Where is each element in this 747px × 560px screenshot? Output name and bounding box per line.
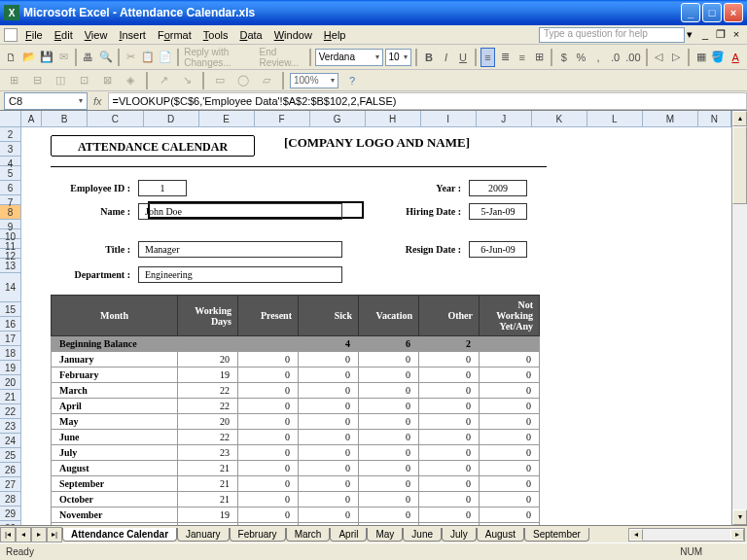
table-cell[interactable]: 0 bbox=[419, 461, 480, 476]
tb2-icon1[interactable]: ⊞ bbox=[4, 71, 23, 90]
select-all-corner[interactable] bbox=[0, 111, 20, 127]
table-cell[interactable]: 4 bbox=[299, 336, 359, 352]
table-cell[interactable]: October bbox=[52, 492, 178, 508]
table-cell[interactable]: 0 bbox=[359, 461, 419, 476]
emp-id-field[interactable]: 1 bbox=[138, 180, 187, 196]
table-cell[interactable]: 0 bbox=[238, 476, 299, 492]
table-cell[interactable]: 0 bbox=[419, 352, 480, 368]
doc-min-icon[interactable] bbox=[4, 28, 18, 42]
copy-icon[interactable]: 📋 bbox=[140, 48, 156, 67]
sheet-tab[interactable]: July bbox=[442, 528, 477, 542]
table-cell[interactable]: 0 bbox=[419, 476, 480, 492]
row-header-30[interactable]: 30 bbox=[0, 521, 20, 525]
align-right-button[interactable]: ≡ bbox=[515, 48, 530, 67]
table-cell[interactable]: 0 bbox=[238, 508, 299, 523]
table-cell[interactable]: 22 bbox=[178, 383, 238, 399]
row-header-9[interactable]: 9 bbox=[0, 220, 20, 229]
table-cell[interactable]: May bbox=[52, 414, 178, 430]
row-header-7[interactable]: 7 bbox=[0, 195, 20, 205]
row-header-22[interactable]: 22 bbox=[0, 404, 20, 419]
sheet-tab[interactable]: May bbox=[367, 528, 403, 542]
col-header-I[interactable]: I bbox=[421, 111, 477, 126]
table-cell[interactable]: 0 bbox=[419, 399, 480, 414]
zoom-select[interactable]: 100%▾ bbox=[290, 73, 338, 88]
inc-indent-button[interactable]: ▷ bbox=[668, 48, 684, 67]
table-cell[interactable]: 0 bbox=[238, 399, 299, 414]
scroll-down-button[interactable]: ▾ bbox=[732, 509, 747, 525]
print-icon[interactable]: 🖶 bbox=[81, 48, 96, 67]
end-review-button[interactable]: End Review... bbox=[259, 48, 305, 67]
borders-button[interactable]: ▦ bbox=[694, 48, 709, 67]
menu-edit[interactable]: Edit bbox=[49, 27, 79, 43]
minimize-button[interactable]: _ bbox=[681, 3, 700, 22]
underline-button[interactable]: U bbox=[455, 48, 471, 67]
table-cell[interactable]: 0 bbox=[480, 383, 540, 399]
table-cell[interactable]: 0 bbox=[419, 523, 480, 526]
row-header-2[interactable]: 2 bbox=[0, 127, 20, 142]
tb2-icon3[interactable]: ◫ bbox=[51, 71, 70, 90]
sheet-tab[interactable]: Attendance Calendar bbox=[62, 528, 177, 542]
table-cell[interactable]: 2 bbox=[419, 336, 480, 352]
table-cell[interactable]: 0 bbox=[480, 445, 540, 461]
table-cell[interactable] bbox=[238, 336, 299, 352]
row-header-24[interactable]: 24 bbox=[0, 434, 20, 448]
tb2-icon10[interactable]: ◯ bbox=[233, 71, 253, 90]
table-cell[interactable]: 0 bbox=[480, 523, 540, 526]
col-header-E[interactable]: E bbox=[199, 111, 255, 126]
table-cell[interactable]: Beginning Balance bbox=[52, 336, 178, 352]
row-header-10[interactable]: 10 bbox=[0, 229, 20, 239]
table-cell[interactable]: 0 bbox=[299, 523, 359, 526]
table-cell[interactable]: December bbox=[52, 523, 178, 526]
font-size-select[interactable]: 10▾ bbox=[385, 49, 412, 66]
currency-button[interactable]: $ bbox=[556, 48, 572, 67]
menu-file[interactable]: File bbox=[19, 27, 49, 43]
menu-data[interactable]: Data bbox=[233, 27, 267, 43]
table-cell[interactable]: 0 bbox=[359, 399, 419, 414]
table-cell[interactable]: August bbox=[52, 461, 178, 476]
row-header-20[interactable]: 20 bbox=[0, 375, 20, 390]
table-cell[interactable]: 0 bbox=[299, 461, 359, 476]
sheet-tab[interactable]: January bbox=[177, 528, 230, 542]
table-cell[interactable]: 0 bbox=[238, 430, 299, 445]
inc-decimal-button[interactable]: .0 bbox=[608, 48, 623, 67]
table-cell[interactable]: 0 bbox=[238, 523, 299, 526]
table-cell[interactable]: 22 bbox=[178, 399, 238, 414]
table-cell[interactable]: 0 bbox=[299, 383, 359, 399]
tb2-icon6[interactable]: ◈ bbox=[121, 71, 140, 90]
table-cell[interactable]: 0 bbox=[419, 383, 480, 399]
row-header-17[interactable]: 17 bbox=[0, 332, 20, 346]
table-cell[interactable]: July bbox=[52, 445, 178, 461]
table-cell[interactable]: 21 bbox=[178, 461, 238, 476]
reply-changes-button[interactable]: Reply with Changes... bbox=[183, 48, 256, 67]
row-header-8[interactable]: 8 bbox=[0, 205, 20, 220]
row-header-19[interactable]: 19 bbox=[0, 361, 20, 375]
table-cell[interactable]: 0 bbox=[299, 430, 359, 445]
sheet-tab[interactable]: March bbox=[286, 528, 331, 542]
row-header-11[interactable]: 11 bbox=[0, 239, 20, 249]
table-cell[interactable]: 0 bbox=[359, 508, 419, 523]
menu-window[interactable]: Window bbox=[268, 27, 318, 43]
mail-icon[interactable]: ✉ bbox=[56, 48, 72, 67]
tb2-icon7[interactable]: ↗ bbox=[154, 71, 173, 90]
table-cell[interactable]: 0 bbox=[299, 368, 359, 383]
merge-button[interactable]: ⊞ bbox=[531, 48, 547, 67]
table-cell[interactable]: 0 bbox=[299, 352, 359, 368]
sheet-tab[interactable]: August bbox=[477, 528, 524, 542]
table-cell[interactable]: 0 bbox=[299, 492, 359, 508]
table-cell[interactable]: 0 bbox=[238, 368, 299, 383]
table-cell[interactable]: 0 bbox=[480, 368, 540, 383]
table-cell[interactable]: 19 bbox=[178, 368, 238, 383]
table-cell[interactable]: 20 bbox=[178, 414, 238, 430]
table-cell[interactable]: 0 bbox=[419, 414, 480, 430]
row-header-29[interactable]: 29 bbox=[0, 507, 20, 521]
table-cell[interactable]: 0 bbox=[480, 508, 540, 523]
col-header-N[interactable]: N bbox=[698, 111, 731, 126]
doc-restore-button[interactable]: ❐ bbox=[714, 28, 728, 41]
table-cell[interactable]: November bbox=[52, 508, 178, 523]
col-header-M[interactable]: M bbox=[643, 111, 698, 126]
tb2-icon4[interactable]: ⊡ bbox=[74, 71, 93, 90]
table-cell[interactable]: 0 bbox=[419, 430, 480, 445]
dec-indent-button[interactable]: ◁ bbox=[652, 48, 667, 67]
tb2-icon11[interactable]: ▱ bbox=[257, 71, 276, 90]
row-header-27[interactable]: 27 bbox=[0, 477, 20, 492]
